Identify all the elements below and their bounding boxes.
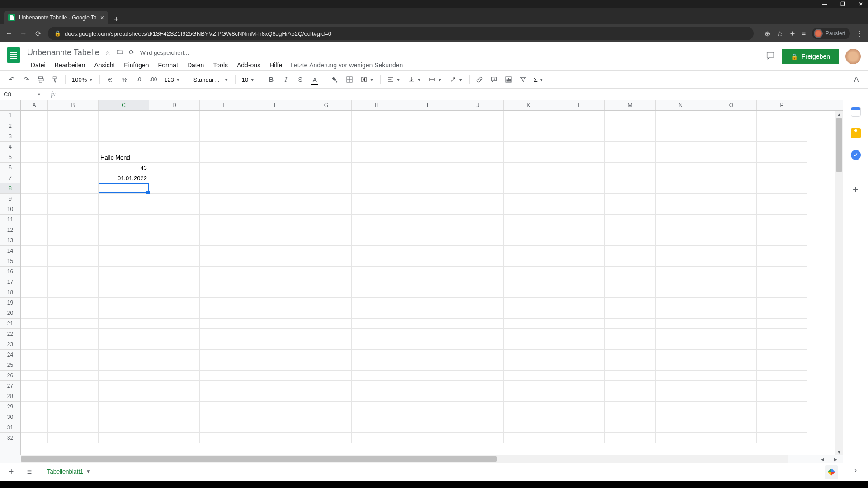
- cell[interactable]: [149, 204, 200, 215]
- cell[interactable]: [402, 256, 453, 267]
- cell[interactable]: [402, 173, 453, 183]
- cell[interactable]: [453, 402, 504, 412]
- cell[interactable]: [99, 402, 149, 412]
- cell[interactable]: [402, 381, 453, 391]
- cell[interactable]: [352, 215, 402, 225]
- cell[interactable]: [453, 183, 504, 194]
- cell[interactable]: [149, 329, 200, 339]
- cell[interactable]: [149, 235, 200, 246]
- cell[interactable]: [402, 183, 453, 194]
- cell[interactable]: [149, 298, 200, 308]
- bold-button[interactable]: B: [265, 73, 278, 86]
- row-header[interactable]: 7: [0, 173, 20, 183]
- strikethrough-button[interactable]: S: [294, 73, 307, 86]
- cell[interactable]: [250, 163, 301, 173]
- column-header[interactable]: A: [21, 100, 48, 110]
- cell[interactable]: [453, 225, 504, 235]
- cell[interactable]: [757, 225, 807, 235]
- cell[interactable]: [48, 267, 99, 277]
- cell[interactable]: [48, 121, 99, 131]
- cell[interactable]: [402, 204, 453, 215]
- cell[interactable]: [605, 215, 656, 225]
- cell[interactable]: [48, 412, 99, 422]
- name-box[interactable]: C8 ▼: [0, 89, 45, 100]
- cell[interactable]: [99, 235, 149, 246]
- cell[interactable]: [706, 371, 757, 381]
- cell[interactable]: [149, 277, 200, 287]
- cell[interactable]: [200, 256, 250, 267]
- cell[interactable]: [48, 235, 99, 246]
- cloud-status-icon[interactable]: ⟳: [129, 48, 135, 56]
- cell[interactable]: [21, 298, 48, 308]
- cell[interactable]: [706, 235, 757, 246]
- cell[interactable]: [757, 402, 807, 412]
- cell[interactable]: [554, 412, 605, 422]
- cell[interactable]: [554, 371, 605, 381]
- cell[interactable]: [757, 173, 807, 183]
- cell[interactable]: [656, 235, 706, 246]
- cell[interactable]: [149, 256, 200, 267]
- tasks-addon-icon[interactable]: [851, 150, 861, 160]
- document-title[interactable]: Unbenannte Tabelle: [27, 48, 99, 57]
- cell[interactable]: [149, 121, 200, 131]
- collapse-toolbar-button[interactable]: ᐱ: [850, 73, 863, 86]
- cell[interactable]: [301, 111, 352, 121]
- cell[interactable]: [99, 204, 149, 215]
- cell[interactable]: [453, 381, 504, 391]
- row-header[interactable]: 15: [0, 256, 20, 267]
- insert-link-button[interactable]: [473, 73, 486, 86]
- cell[interactable]: [149, 360, 200, 371]
- row-header[interactable]: 23: [0, 339, 20, 350]
- cell[interactable]: [48, 194, 99, 204]
- cell[interactable]: [554, 173, 605, 183]
- cell[interactable]: [656, 163, 706, 173]
- cell[interactable]: [250, 142, 301, 152]
- chevron-down-icon[interactable]: ▼: [86, 469, 90, 474]
- cell[interactable]: [200, 298, 250, 308]
- insert-chart-button[interactable]: [502, 73, 515, 86]
- cell[interactable]: [554, 329, 605, 339]
- cell[interactable]: [605, 131, 656, 142]
- cell[interactable]: [504, 339, 554, 350]
- row-header[interactable]: 24: [0, 350, 20, 360]
- cell[interactable]: [554, 152, 605, 163]
- cell[interactable]: [99, 308, 149, 319]
- cell[interactable]: [453, 422, 504, 433]
- cell[interactable]: [402, 391, 453, 402]
- cell[interactable]: [99, 194, 149, 204]
- cell[interactable]: [605, 360, 656, 371]
- vertical-align-button[interactable]: ▼: [405, 76, 424, 83]
- cell[interactable]: [706, 183, 757, 194]
- cell[interactable]: [504, 422, 554, 433]
- cell[interactable]: [149, 267, 200, 277]
- cell[interactable]: [48, 308, 99, 319]
- cell[interactable]: [200, 350, 250, 360]
- cell[interactable]: [250, 339, 301, 350]
- menu-item-datei[interactable]: Datei: [27, 60, 49, 70]
- cell[interactable]: [656, 142, 706, 152]
- cell[interactable]: [48, 339, 99, 350]
- increase-decimal-button[interactable]: .00: [147, 73, 160, 86]
- row-header[interactable]: 29: [0, 402, 20, 412]
- cell[interactable]: [21, 412, 48, 422]
- decrease-decimal-button[interactable]: .0: [132, 73, 145, 86]
- cell[interactable]: [402, 319, 453, 329]
- cell[interactable]: [605, 412, 656, 422]
- cell[interactable]: [352, 256, 402, 267]
- cell[interactable]: [301, 339, 352, 350]
- cell[interactable]: [453, 391, 504, 402]
- cell[interactable]: [200, 121, 250, 131]
- cell[interactable]: [301, 131, 352, 142]
- cell[interactable]: [301, 371, 352, 381]
- menu-item-ansicht[interactable]: Ansicht: [90, 60, 118, 70]
- cell[interactable]: [200, 111, 250, 121]
- cell[interactable]: [301, 256, 352, 267]
- cell[interactable]: [21, 204, 48, 215]
- row-header[interactable]: 27: [0, 381, 20, 391]
- text-rotation-button[interactable]: ▼: [447, 76, 466, 83]
- cell[interactable]: [21, 183, 48, 194]
- cell[interactable]: [504, 225, 554, 235]
- cell[interactable]: [656, 329, 706, 339]
- menu-item-daten[interactable]: Daten: [184, 60, 208, 70]
- cell[interactable]: [250, 329, 301, 339]
